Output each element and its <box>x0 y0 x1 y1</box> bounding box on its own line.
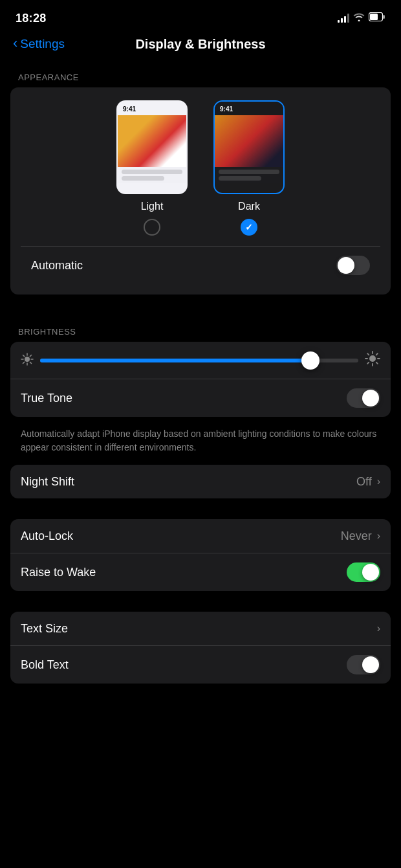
dark-widget-row-short <box>219 176 261 181</box>
spacer-2 <box>10 504 391 519</box>
appearance-options-container: 9:41 Light <box>10 87 391 295</box>
svg-line-20 <box>367 362 369 364</box>
svg-line-8 <box>23 355 25 356</box>
light-wallpaper <box>118 115 186 167</box>
dark-wallpaper <box>215 115 283 167</box>
auto-lock-value: Never <box>341 529 372 543</box>
night-shift-card: Night Shift Off › <box>10 465 391 498</box>
dark-mode-option[interactable]: 9:41 Dark ✓ <box>213 100 285 236</box>
true-tone-thumb <box>362 390 379 406</box>
auto-lock-chevron: › <box>377 530 380 542</box>
text-size-row[interactable]: Text Size › <box>10 612 391 645</box>
light-preview: 9:41 <box>116 100 188 194</box>
automatic-row: Automatic <box>21 247 380 284</box>
brightness-slider-row <box>10 342 391 379</box>
automatic-toggle-thumb <box>338 257 354 274</box>
appearance-options: 9:41 Light <box>21 100 380 236</box>
raise-to-wake-toggle[interactable] <box>347 562 380 582</box>
back-button[interactable]: ‹ Settings <box>13 36 65 52</box>
signal-icon <box>338 14 349 23</box>
svg-point-12 <box>369 355 376 362</box>
brightness-fill <box>40 359 310 362</box>
bold-text-row: Bold Text <box>10 646 391 684</box>
dark-preview: 9:41 <box>213 100 285 194</box>
dark-widgets <box>215 167 283 183</box>
appearance-card: 9:41 Light <box>10 87 391 295</box>
light-radio[interactable] <box>144 219 160 236</box>
bold-text-thumb <box>362 656 379 673</box>
auto-lock-label: Auto-Lock <box>21 529 73 543</box>
light-mode-option[interactable]: 9:41 Light <box>116 100 188 236</box>
bold-text-toggle[interactable] <box>347 655 380 674</box>
autolock-raise-card: Auto-Lock Never › Raise to Wake <box>10 519 391 591</box>
wifi-icon <box>353 12 365 24</box>
page-title: Display & Brightness <box>135 37 265 52</box>
night-shift-chevron: › <box>377 476 380 487</box>
auto-lock-row[interactable]: Auto-Lock Never › <box>10 519 391 553</box>
svg-line-11 <box>23 362 25 363</box>
spacer-1 <box>10 300 391 315</box>
spacer-3 <box>10 596 391 612</box>
status-bar: 18:28 <box>0 0 401 32</box>
text-size-right: › <box>374 623 380 634</box>
back-label: Settings <box>20 37 65 51</box>
raise-to-wake-thumb <box>362 564 379 581</box>
svg-line-18 <box>376 362 378 364</box>
auto-lock-right: Never › <box>341 529 380 543</box>
status-time: 18:28 <box>16 12 47 25</box>
light-widget-row <box>122 170 182 174</box>
dark-radio[interactable]: ✓ <box>241 219 257 236</box>
automatic-label: Automatic <box>31 259 83 273</box>
brightness-section-label: BRIGHTNESS <box>10 315 391 342</box>
light-widget-row-short <box>122 176 164 181</box>
svg-line-17 <box>367 353 369 355</box>
content: APPEARANCE 9:41 Light <box>0 61 401 704</box>
brightness-low-icon <box>21 353 34 368</box>
brightness-slider[interactable] <box>40 359 358 362</box>
svg-line-19 <box>376 353 378 355</box>
brightness-high-icon <box>365 351 380 370</box>
brightness-thumb[interactable] <box>301 351 320 370</box>
light-label: Light <box>141 201 164 212</box>
dark-widget-row <box>219 170 279 174</box>
svg-point-3 <box>25 357 30 362</box>
chevron-left-icon: ‹ <box>13 35 17 52</box>
text-size-chevron: › <box>377 623 380 634</box>
dark-preview-time: 9:41 <box>220 106 233 113</box>
check-icon: ✓ <box>245 222 253 232</box>
true-tone-row: True Tone <box>10 379 391 417</box>
true-tone-label: True Tone <box>21 392 72 405</box>
true-tone-description: Automatically adapt iPhone display based… <box>10 422 391 465</box>
raise-to-wake-row: Raise to Wake <box>10 553 391 591</box>
light-preview-time: 9:41 <box>123 106 136 113</box>
svg-rect-1 <box>383 15 385 19</box>
svg-rect-2 <box>370 14 378 20</box>
dark-label: Dark <box>238 201 260 212</box>
appearance-section-label: APPEARANCE <box>10 61 391 87</box>
text-size-label: Text Size <box>21 622 68 636</box>
raise-to-wake-label: Raise to Wake <box>21 566 96 579</box>
night-shift-right: Off › <box>356 475 380 489</box>
automatic-toggle[interactable] <box>336 256 370 275</box>
nav-bar: ‹ Settings Display & Brightness <box>0 32 401 61</box>
text-card: Text Size › Bold Text <box>10 612 391 684</box>
battery-icon <box>369 12 385 24</box>
bold-text-label: Bold Text <box>21 658 69 672</box>
night-shift-value: Off <box>356 475 372 489</box>
status-icons <box>338 12 385 24</box>
night-shift-label: Night Shift <box>21 475 74 489</box>
light-widgets <box>118 167 186 183</box>
night-shift-row[interactable]: Night Shift Off › <box>10 465 391 498</box>
svg-line-10 <box>30 355 31 356</box>
brightness-card: True Tone <box>10 342 391 417</box>
true-tone-toggle[interactable] <box>347 388 380 408</box>
spacer-bottom <box>10 689 391 704</box>
svg-line-9 <box>30 362 31 363</box>
